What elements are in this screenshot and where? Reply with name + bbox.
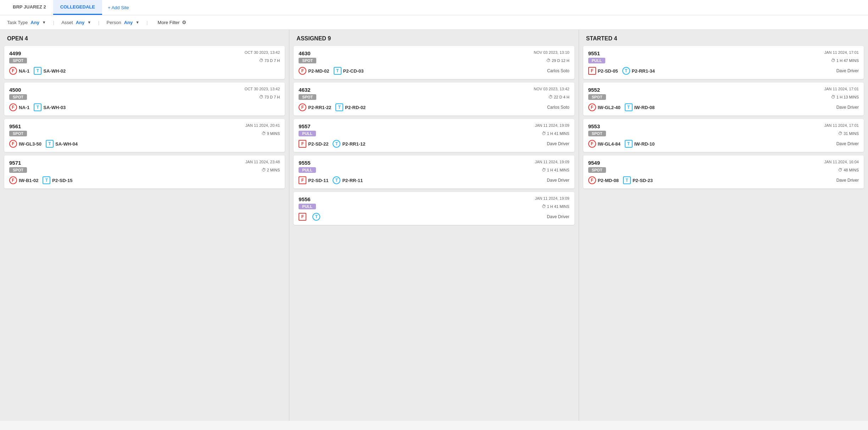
- from-location: F P2-MD-02: [299, 67, 329, 75]
- from-location: F P2-RR1-22: [299, 103, 331, 111]
- task-card[interactable]: 4499 OCT 30 2023, 13:42 SPOT ⏱ 73 D 7 H …: [4, 46, 285, 79]
- timer-icon: ⏱: [542, 168, 546, 172]
- to-icon: T: [333, 140, 340, 148]
- to-icon: T: [623, 176, 631, 184]
- card-timer: ⏱ 1 H 41 MINS: [542, 168, 569, 172]
- card-date: JAN 11 2024, 20:41: [245, 123, 280, 128]
- card-id: 9571: [9, 160, 21, 166]
- to-icon: T: [335, 103, 343, 111]
- to-icon: T: [622, 67, 630, 75]
- card-id: 9556: [299, 196, 310, 202]
- from-icon: F: [299, 103, 306, 111]
- task-badge: PULL: [299, 131, 316, 136]
- tab-collegedale[interactable]: COLLEGEDALE: [53, 0, 102, 15]
- card-date: JAN 11 2024, 19:09: [535, 160, 569, 164]
- timer-icon: ⏱: [262, 168, 266, 172]
- from-label: IW-B1-02: [19, 178, 38, 183]
- task-card[interactable]: 9549 JAN 11 2024, 16:04 SPOT ⏱ 48 MINS F…: [583, 155, 864, 188]
- task-card[interactable]: 4632 NOV 03 2023, 13:42 SPOT ⏱ 22 D 4 H …: [294, 83, 574, 115]
- timer-icon: ⏱: [259, 58, 263, 63]
- card-date: OCT 30 2023, 13:42: [245, 87, 280, 91]
- assignee-name: Dave Driver: [547, 214, 569, 219]
- card-timer: ⏱ 1 H 47 MINS: [831, 58, 859, 63]
- asset-arrow[interactable]: ▼: [87, 20, 91, 24]
- from-label: IW-GL3-50: [19, 141, 41, 147]
- to-location: T P2-RR1-12: [333, 140, 365, 148]
- to-location: T P2-SD-15: [43, 176, 72, 184]
- task-badge: SPOT: [9, 58, 27, 63]
- card-date: JAN 11 2024, 16:04: [824, 160, 859, 164]
- from-icon: F: [299, 67, 306, 75]
- to-label: IW-RD-10: [634, 141, 655, 147]
- person-arrow[interactable]: ▼: [135, 20, 139, 24]
- task-badge: SPOT: [299, 58, 316, 63]
- to-label: P2-SD-15: [52, 178, 72, 183]
- filter-bar: Task Type Any ▼ | Asset Any ▼ | Person A…: [0, 15, 868, 30]
- task-card[interactable]: 9552 JAN 11 2024, 17:01 SPOT ⏱ 1 H 13 MI…: [583, 83, 864, 115]
- card-timer: ⏱ 31 MINS: [838, 131, 859, 136]
- from-icon: F: [9, 140, 17, 148]
- task-card[interactable]: 4630 NOV 03 2023, 13:10 SPOT ⏱ 29 D 12 H…: [294, 46, 574, 79]
- task-type-label: Task Type: [7, 20, 28, 25]
- to-icon: T: [34, 67, 41, 75]
- task-card[interactable]: 9553 JAN 11 2024, 17:01 SPOT ⏱ 31 MINS F…: [583, 119, 864, 152]
- from-icon: F: [588, 176, 596, 184]
- timer-icon: ⏱: [259, 95, 263, 100]
- card-id: 4500: [9, 87, 21, 93]
- task-card[interactable]: 9555 JAN 11 2024, 19:09 PULL ⏱ 1 H 41 MI…: [294, 155, 574, 188]
- assignee-name: Carlos Soto: [547, 105, 569, 110]
- to-label: P2-RR1-34: [632, 68, 655, 74]
- from-icon: F: [9, 176, 17, 184]
- assignee-name: Dave Driver: [547, 178, 569, 183]
- card-timer: ⏱ 29 D 12 H: [546, 58, 569, 63]
- column-started: STARTED 4 9551 JAN 11 2024, 17:01 PULL ⏱…: [579, 30, 868, 421]
- task-card[interactable]: 9557 JAN 11 2024, 19:09 PULL ⏱ 1 H 41 MI…: [294, 119, 574, 152]
- from-location: F P2-SD-11: [299, 176, 328, 184]
- card-id: 9549: [588, 160, 600, 166]
- tabs-bar: BRP JUAREZ 2 COLLEGEDALE + Add Site: [0, 0, 868, 15]
- card-id: 4499: [9, 50, 21, 56]
- from-label: NA-1: [19, 68, 29, 74]
- from-location: F IW-B1-02: [9, 176, 38, 184]
- from-icon: F: [299, 213, 306, 221]
- to-location: T IW-RD-08: [625, 103, 655, 111]
- from-label: P2-SD-05: [598, 68, 618, 74]
- column-assigned: ASSIGNED 9 4630 NOV 03 2023, 13:10 SPOT …: [289, 30, 579, 421]
- task-card[interactable]: 9556 JAN 11 2024, 19:09 PULL ⏱ 1 H 41 MI…: [294, 192, 574, 225]
- tab-brp-juarez-2[interactable]: BRP JUAREZ 2: [6, 0, 53, 15]
- timer-icon: ⏱: [831, 58, 835, 63]
- card-date: JAN 11 2024, 19:09: [535, 123, 569, 128]
- timer-icon: ⏱: [542, 204, 546, 209]
- card-id: 9551: [588, 50, 600, 56]
- from-label: IW-GL2-40: [598, 105, 621, 110]
- column-header-assigned: ASSIGNED 9: [289, 30, 578, 46]
- timer-icon: ⏱: [546, 58, 551, 63]
- to-location: T SA-WH-03: [34, 103, 66, 111]
- card-date: NOV 03 2023, 13:10: [534, 50, 569, 55]
- task-card[interactable]: 9571 JAN 11 2024, 23:48 SPOT ⏱ 2 MINS F …: [4, 155, 285, 188]
- to-label: P2-RD-02: [345, 105, 366, 110]
- timer-icon: ⏱: [542, 131, 546, 136]
- assignee-name: Dave Driver: [836, 68, 859, 73]
- to-label: SA-WH-02: [43, 68, 66, 74]
- from-icon: F: [299, 140, 306, 148]
- more-filter-button[interactable]: More Filter ⚙: [158, 19, 187, 25]
- asset-label: Asset: [61, 20, 73, 25]
- task-badge: SPOT: [9, 131, 27, 136]
- card-timer: ⏱ 2 MINS: [262, 168, 280, 172]
- from-icon: F: [9, 103, 17, 111]
- card-date: OCT 30 2023, 13:42: [245, 50, 280, 55]
- task-card[interactable]: 9551 JAN 11 2024, 17:01 PULL ⏱ 1 H 47 MI…: [583, 46, 864, 79]
- task-card[interactable]: 4500 OCT 30 2023, 13:42 SPOT ⏱ 73 D 7 H …: [4, 83, 285, 115]
- filter-icon: ⚙: [182, 19, 187, 25]
- from-label: IW-GL4-84: [598, 141, 621, 147]
- task-card[interactable]: 9561 JAN 11 2024, 20:41 SPOT ⏱ 9 MINS F …: [4, 119, 285, 152]
- task-badge: PULL: [588, 58, 606, 63]
- add-site-button[interactable]: + Add Site: [102, 1, 135, 15]
- task-type-arrow[interactable]: ▼: [42, 20, 46, 24]
- from-icon: F: [588, 67, 596, 75]
- from-location: F P2-MD-08: [588, 176, 619, 184]
- task-badge: SPOT: [588, 167, 606, 173]
- to-icon: T: [334, 67, 341, 75]
- assignee-name: Dave Driver: [836, 141, 859, 146]
